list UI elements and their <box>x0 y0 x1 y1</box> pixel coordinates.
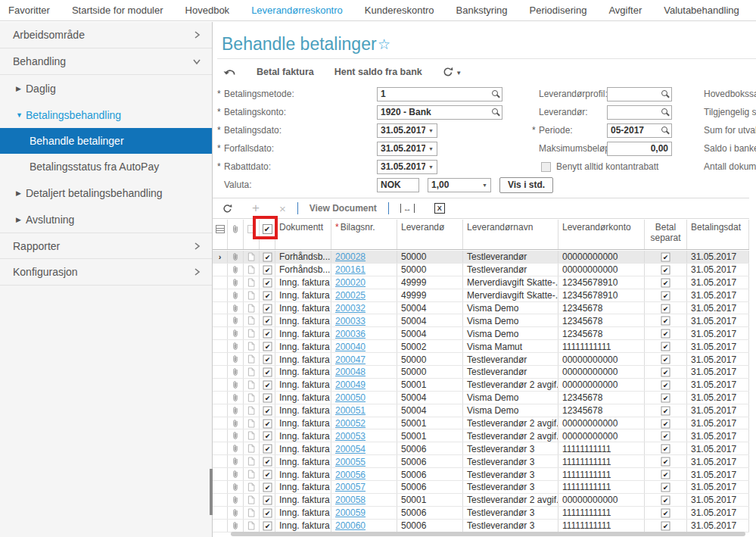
bilagsnr-link[interactable]: 200054 <box>335 444 366 454</box>
view-document-button[interactable]: View Document <box>300 203 387 214</box>
nav-hovedbok[interactable]: Hovedbok <box>185 5 230 16</box>
row-select-checkbox[interactable] <box>260 353 275 365</box>
betal-separat-checkbox[interactable] <box>645 507 687 519</box>
table-row[interactable]: Inng. faktura 200048 50000 Testleverandø… <box>213 366 749 379</box>
note-icon[interactable] <box>244 379 260 391</box>
paperclip-icon[interactable] <box>228 264 244 276</box>
paperclip-icon[interactable] <box>228 455 244 467</box>
note-icon[interactable] <box>244 366 260 378</box>
note-icon[interactable] <box>244 417 260 429</box>
row-select-checkbox[interactable] <box>260 468 275 480</box>
attachments-column-header[interactable] <box>228 220 244 249</box>
paperclip-icon[interactable] <box>228 314 244 326</box>
note-icon[interactable] <box>244 468 260 480</box>
sidebar-item-daglig[interactable]: ▶ Daglig <box>0 75 212 101</box>
paperclip-icon[interactable] <box>228 327 244 339</box>
table-row[interactable]: Inng. faktura 200058 50001 Testleverandø… <box>213 494 749 507</box>
paperclip-icon[interactable] <box>228 379 244 391</box>
note-icon[interactable] <box>244 327 260 339</box>
lookup-icon[interactable] <box>661 108 667 114</box>
bilagsnr-link[interactable]: 200050 <box>335 392 366 403</box>
betal-faktura-button[interactable]: Betal faktura <box>257 67 314 77</box>
dropdown-caret-icon[interactable]: ▼ <box>479 183 487 188</box>
dropdown-caret-icon[interactable]: ▼ <box>425 128 434 133</box>
hent-saldo-button[interactable]: Hent saldo fra bank <box>334 67 422 77</box>
row-select-checkbox[interactable] <box>260 264 275 276</box>
nav-startside[interactable]: Startside for moduler <box>72 5 163 16</box>
bilagsnr-link[interactable]: 200032 <box>335 303 366 314</box>
grid-refresh-icon[interactable] <box>213 204 242 214</box>
paperclip-icon[interactable] <box>228 366 244 378</box>
paperclip-icon[interactable] <box>228 251 244 263</box>
paperclip-icon[interactable] <box>228 494 244 506</box>
kontantrabatt-checkbox[interactable] <box>541 162 551 172</box>
bilagsnr-link[interactable]: 200056 <box>335 470 366 480</box>
paperclip-icon[interactable] <box>228 276 244 289</box>
bilagsnr-link[interactable]: 200058 <box>335 495 366 505</box>
note-icon[interactable] <box>244 404 260 417</box>
row-select-checkbox[interactable] <box>260 276 275 289</box>
bilagsnr-link[interactable]: 200051 <box>335 405 366 416</box>
bilagsnr-link[interactable]: 200053 <box>335 431 366 442</box>
paperclip-icon[interactable] <box>228 302 244 314</box>
table-row[interactable]: › Forhåndsb... 200028 50000 Testleverand… <box>213 251 749 264</box>
bilagsnr-link[interactable]: 200028 <box>335 251 366 262</box>
row-select-checkbox[interactable] <box>260 302 275 314</box>
sidebar-item-betalingsbehandling[interactable]: ▼ Betalingsbehandling <box>0 101 212 128</box>
note-icon[interactable] <box>244 442 260 454</box>
paperclip-icon[interactable] <box>228 442 244 454</box>
sidebar-item-betalingsstatus-autopay[interactable]: Betalingsstatus fra AutoPay <box>0 154 212 180</box>
grid-delete-row-icon[interactable]: × <box>269 202 296 215</box>
column-header-leverandornavn[interactable]: Leverandørnavn <box>463 220 558 249</box>
betal-separat-checkbox[interactable] <box>645 442 687 454</box>
note-icon[interactable] <box>244 392 260 404</box>
vis-i-std-button[interactable]: Vis i std. <box>499 177 553 193</box>
note-icon[interactable] <box>244 314 260 326</box>
betal-separat-checkbox[interactable] <box>645 455 687 467</box>
note-icon[interactable] <box>244 455 260 467</box>
column-header-dokumenttype[interactable]: Dokumentt <box>275 220 331 249</box>
betal-separat-checkbox[interactable] <box>645 366 687 378</box>
table-row[interactable]: Inng. faktura 200057 50006 Testleverandø… <box>213 481 749 494</box>
valuta-rate-field[interactable]: 1,00 ▼ <box>428 178 491 192</box>
rabattdato-field[interactable]: 31.05.2017 ▼ <box>377 160 437 174</box>
row-select-checkbox[interactable] <box>260 481 275 493</box>
betal-separat-checkbox[interactable] <box>645 327 687 339</box>
periode-field[interactable]: 05-2017 <box>607 123 672 138</box>
paperclip-icon[interactable] <box>228 353 244 365</box>
forfallsdato-field[interactable]: 31.05.2017 ▼ <box>377 142 437 156</box>
row-select-checkbox[interactable] <box>260 251 275 263</box>
nav-avgifter[interactable]: Avgifter <box>608 5 642 16</box>
row-select-checkbox[interactable] <box>260 404 275 417</box>
table-row[interactable]: Inng. faktura 200059 50006 Testleverandø… <box>213 507 749 520</box>
note-icon[interactable] <box>244 251 260 263</box>
betalingsmetode-field[interactable]: 1 <box>377 87 502 101</box>
paperclip-icon[interactable] <box>228 520 244 532</box>
nav-leverandorreskontro[interactable]: Leverandørreskontro <box>251 5 343 16</box>
row-select-checkbox[interactable] <box>260 392 275 404</box>
row-select-checkbox[interactable] <box>260 520 275 532</box>
betal-separat-checkbox[interactable] <box>645 340 687 352</box>
nav-bankstyring[interactable]: Bankstyring <box>456 5 508 16</box>
bilagsnr-link[interactable]: 200060 <box>335 520 366 531</box>
note-icon[interactable] <box>244 429 260 442</box>
betal-separat-checkbox[interactable] <box>645 520 687 532</box>
row-select-checkbox[interactable] <box>260 314 275 326</box>
table-row[interactable]: Inng. faktura 200055 50006 Testleverandø… <box>213 455 749 468</box>
undo-icon[interactable] <box>223 67 236 77</box>
table-row[interactable]: Inng. faktura 200047 50000 Testleverandø… <box>213 353 749 366</box>
row-select-checkbox[interactable] <box>260 366 275 378</box>
row-select-checkbox[interactable] <box>260 417 275 429</box>
table-row[interactable]: Inng. faktura 200025 49999 Merverdiavgif… <box>213 289 749 302</box>
betal-separat-checkbox[interactable] <box>645 481 687 493</box>
table-row[interactable]: Inng. faktura 200040 50002 Visma Mamut 1… <box>213 340 749 353</box>
table-row[interactable]: Inng. faktura 200056 50006 Testleverandø… <box>213 468 749 481</box>
dropdown-caret-icon[interactable]: ▼ <box>456 70 462 76</box>
table-row[interactable]: Inng. faktura 200032 50004 Visma Demo 12… <box>213 302 749 315</box>
refresh-icon[interactable]: ▼ <box>443 67 462 78</box>
column-header-betalingsdato[interactable]: Betalingsdat <box>687 220 749 249</box>
row-select-checkbox[interactable] <box>260 455 275 467</box>
row-select-checkbox[interactable] <box>260 340 275 352</box>
note-icon[interactable] <box>244 507 260 519</box>
table-row[interactable]: Inng. faktura 200054 50006 Testleverandø… <box>213 442 749 455</box>
